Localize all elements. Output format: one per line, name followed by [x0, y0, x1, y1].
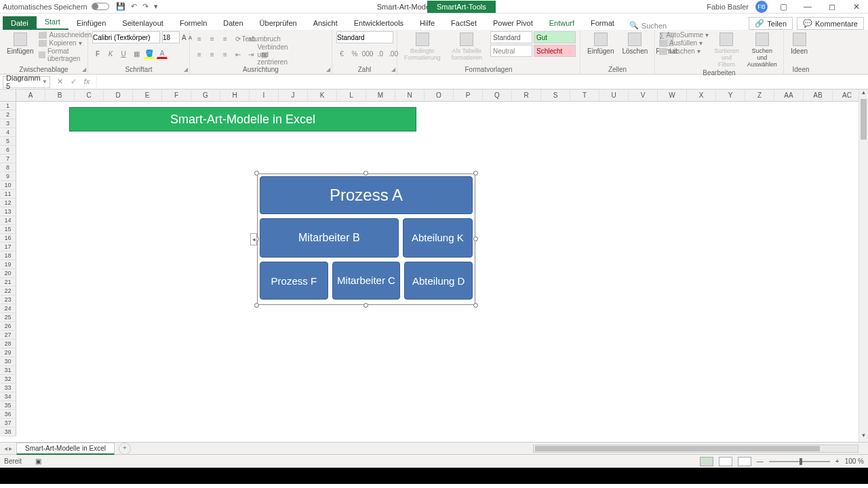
autosum-button[interactable]: ∑AutoSumme ▾ — [659, 31, 709, 39]
percent-icon[interactable]: % — [349, 48, 360, 59]
tab-ueberpruefen[interactable]: Überprüfen — [252, 16, 305, 30]
number-launcher-icon[interactable]: ◢ — [391, 66, 395, 73]
smartart-node-mb[interactable]: Mitarbeiter B — [260, 218, 399, 258]
view-pagelayout-button[interactable] — [719, 457, 732, 466]
column-header[interactable]: B — [45, 89, 75, 101]
autosave-toggle[interactable]: Automatisches Speichern — [3, 3, 109, 11]
tab-start[interactable]: Start — [37, 15, 68, 30]
increase-dec-icon[interactable]: .0 — [375, 48, 386, 59]
handle-bl[interactable] — [254, 303, 259, 308]
indent-dec-icon[interactable]: ⇤ — [233, 49, 243, 60]
cells-area[interactable]: Smart-Art-Modelle in Excel ◂ Prozess A M… — [16, 102, 859, 442]
cut-button[interactable]: Ausschneiden — [39, 31, 92, 39]
tab-seitenlayout[interactable]: Seitenlayout — [114, 16, 172, 30]
macro-record-icon[interactable]: ▣ — [35, 458, 41, 465]
save-icon[interactable]: 💾 — [116, 2, 125, 11]
conditional-format-button[interactable]: Bedingte Formatierung — [401, 31, 443, 62]
zoom-level[interactable]: 100 % — [845, 458, 864, 465]
tab-entwurf[interactable]: Entwurf — [541, 16, 583, 30]
column-header[interactable]: V — [629, 89, 658, 101]
row-header[interactable]: 38 — [0, 428, 16, 436]
minimize-icon[interactable]: — — [799, 2, 816, 12]
view-pagebreak-button[interactable] — [738, 457, 751, 466]
zoom-out-button[interactable]: — — [757, 458, 764, 465]
row-header[interactable]: 29 — [0, 348, 16, 357]
column-header[interactable]: J — [279, 89, 308, 101]
toggle-icon[interactable] — [92, 3, 109, 10]
select-all-corner[interactable] — [0, 89, 16, 101]
sort-filter-button[interactable]: Sortieren und Filtern — [711, 31, 742, 69]
sheet-tab-active[interactable]: Smart-Art-Modelle in Excel — [16, 443, 115, 455]
column-header[interactable]: H — [220, 89, 250, 101]
indent-inc-icon[interactable]: ⇥ — [245, 49, 256, 60]
user-avatar[interactable]: FB — [755, 1, 768, 13]
tab-einfuegen[interactable]: Einfügen — [68, 16, 114, 30]
row-header[interactable]: 31 — [0, 366, 16, 375]
scroll-down-icon[interactable]: ▼ — [859, 432, 868, 442]
tab-hilfe[interactable]: Hilfe — [412, 16, 443, 30]
paste-button[interactable]: Einfügen — [4, 31, 36, 56]
share-button[interactable]: 🔗Teilen — [749, 17, 793, 30]
handle-tl[interactable] — [254, 171, 259, 176]
border-button[interactable]: ▦ — [131, 48, 142, 59]
row-header[interactable]: 5 — [0, 137, 16, 146]
row-header[interactable]: 22 — [0, 287, 16, 296]
style-gut[interactable]: Gut — [534, 31, 576, 43]
row-header[interactable]: 3 — [0, 119, 16, 128]
row-header[interactable]: 11 — [0, 190, 16, 199]
row-header[interactable]: 34 — [0, 392, 16, 401]
align-bottom-icon[interactable]: ≡ — [220, 33, 231, 44]
cancel-formula-icon[interactable]: ✕ — [54, 77, 65, 86]
row-header[interactable]: 27 — [0, 331, 16, 340]
font-color-button[interactable]: A — [157, 48, 167, 59]
tab-format[interactable]: Format — [583, 16, 623, 30]
tab-formeln[interactable]: Formeln — [172, 16, 215, 30]
font-size-select[interactable] — [162, 31, 180, 43]
column-header[interactable]: R — [512, 89, 541, 101]
column-header[interactable]: AB — [804, 89, 833, 101]
thousands-icon[interactable]: 000 — [362, 48, 373, 59]
insert-cells-button[interactable]: Einfügen — [585, 31, 616, 56]
handle-br[interactable] — [473, 303, 478, 308]
column-header[interactable]: O — [425, 89, 454, 101]
tab-ansicht[interactable]: Ansicht — [305, 16, 346, 30]
row-header[interactable]: 37 — [0, 419, 16, 428]
style-schlecht[interactable]: Schlecht — [534, 45, 576, 57]
column-header[interactable]: C — [75, 89, 104, 101]
row-header[interactable]: 18 — [0, 251, 16, 260]
formula-input[interactable] — [96, 76, 868, 88]
row-header[interactable]: 25 — [0, 313, 16, 322]
row-header[interactable]: 2 — [0, 110, 16, 119]
view-normal-button[interactable] — [700, 457, 713, 466]
row-header[interactable]: 1 — [0, 102, 16, 110]
row-header[interactable]: 19 — [0, 260, 16, 269]
align-right-icon[interactable]: ≡ — [220, 49, 231, 60]
delete-cells-button[interactable]: Löschen — [619, 31, 650, 56]
find-select-button[interactable]: Suchen und Auswählen — [745, 31, 780, 69]
row-header[interactable]: 24 — [0, 304, 16, 313]
ideas-button[interactable]: Ideen — [788, 31, 810, 56]
fx-icon[interactable]: fx — [81, 77, 92, 86]
tab-powerpivot[interactable]: Power Pivot — [485, 16, 541, 30]
close-icon[interactable]: ✕ — [848, 2, 865, 12]
row-header[interactable]: 4 — [0, 128, 16, 137]
column-header[interactable]: Y — [716, 89, 745, 101]
row-header[interactable]: 20 — [0, 269, 16, 278]
row-header[interactable]: 14 — [0, 216, 16, 225]
smartart-node-main[interactable]: Prozess A — [260, 176, 473, 214]
merge-button[interactable]: ▦ Verbinden und zentrieren — [258, 49, 281, 60]
format-as-table-button[interactable]: Als Tabelle formatieren — [446, 31, 488, 62]
fill-button[interactable]: Ausfüllen ▾ — [659, 39, 709, 47]
tab-file[interactable]: Datei — [3, 16, 37, 30]
alignment-launcher-icon[interactable]: ◢ — [326, 66, 330, 73]
undo-icon[interactable]: ↶ — [131, 2, 137, 11]
italic-button[interactable]: K — [105, 48, 116, 59]
handle-mr[interactable] — [473, 237, 478, 241]
copy-button[interactable]: Kopieren ▾ — [39, 39, 92, 47]
column-header[interactable]: L — [337, 89, 366, 101]
worksheet-grid[interactable]: ABCDEFGHIJKLMNOPQRSTUVWXYZAAABAC 1234567… — [0, 89, 868, 442]
add-sheet-button[interactable]: + — [119, 443, 131, 455]
underline-button[interactable]: U — [118, 48, 129, 59]
sheet-nav-last-icon[interactable]: ▸ — [9, 445, 12, 452]
column-header[interactable]: E — [133, 89, 162, 101]
